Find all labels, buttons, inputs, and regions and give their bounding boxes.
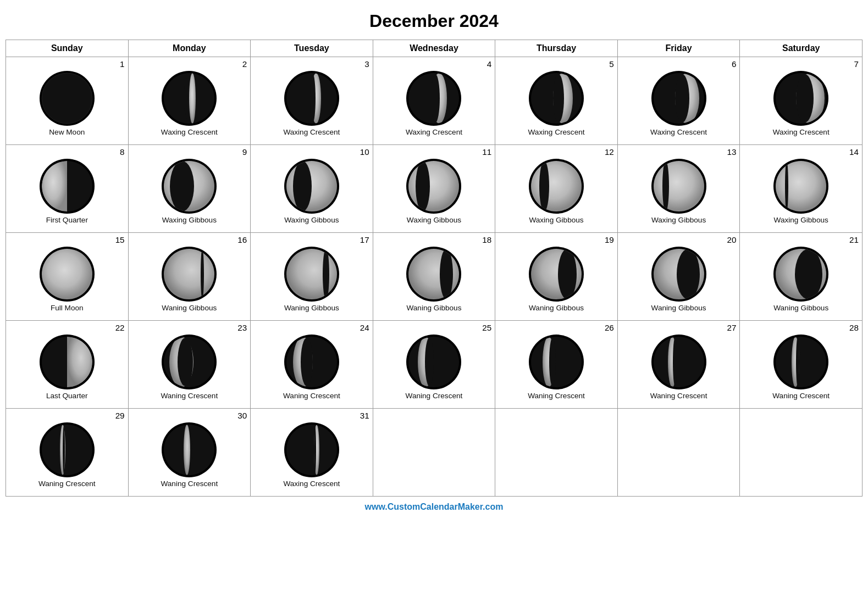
day-23: 23 Waning C xyxy=(128,321,251,409)
moon-phase-label-27: Waning Crescent xyxy=(621,392,737,400)
svg-point-71 xyxy=(178,338,193,386)
day-8: 8 First Quarter xyxy=(6,145,129,233)
moon-phase-image-24 xyxy=(284,335,339,389)
svg-point-102 xyxy=(314,426,316,473)
moon-phase-image-7 xyxy=(773,71,828,126)
svg-point-36 xyxy=(416,161,430,211)
day-7: 7 Waxing Cr xyxy=(740,57,863,145)
moon-phase-image-2 xyxy=(162,71,217,126)
weekday-header-tuesday: Tuesday xyxy=(251,40,373,57)
moon-phase-image-18 xyxy=(406,247,461,302)
moon-phase-label-15: Full Moon xyxy=(9,304,125,312)
day-number-3: 3 xyxy=(254,59,369,69)
moon-phase-label-17: Waning Gibbous xyxy=(254,304,369,312)
day-15: 15 Full Moon xyxy=(6,233,129,321)
weekday-header-thursday: Thursday xyxy=(495,40,618,57)
day-number-4: 4 xyxy=(377,59,492,69)
day-number-18: 18 xyxy=(377,235,492,244)
moon-phase-image-31 xyxy=(284,422,339,477)
svg-point-52 xyxy=(286,249,337,299)
moon-phase-label-9: Waxing Gibbous xyxy=(132,216,247,224)
svg-point-21 xyxy=(675,74,689,122)
day-22: 22 Last Quarter xyxy=(6,321,129,409)
empty-day xyxy=(373,409,495,497)
week-row-4: 22 Last Quarter xyxy=(6,321,863,409)
svg-point-13 xyxy=(431,74,440,122)
weekday-header-friday: Friday xyxy=(617,40,740,57)
svg-point-87 xyxy=(673,338,677,386)
day-10: 10 Waxing Gibbous xyxy=(251,145,373,233)
empty-day xyxy=(740,409,863,497)
svg-point-56 xyxy=(440,249,453,299)
day-28: 28 Waning C xyxy=(740,321,863,409)
moon-phase-image-8 xyxy=(40,159,95,214)
moon-phase-image-3 xyxy=(284,71,339,126)
svg-point-41 xyxy=(654,161,704,211)
day-number-20: 20 xyxy=(621,235,737,244)
weekday-header-wednesday: Wednesday xyxy=(373,40,495,57)
calendar-title: December 2024 xyxy=(5,11,863,31)
day-number-8: 8 xyxy=(9,147,125,157)
moon-phase-label-29: Waning Crescent xyxy=(9,480,125,488)
svg-point-81 xyxy=(531,337,582,387)
moon-phase-label-28: Waning Crescent xyxy=(743,392,859,400)
day-26: 26 Waning C xyxy=(495,321,618,409)
svg-point-91 xyxy=(796,338,799,386)
day-9: 9 Waxing Gibbous xyxy=(128,145,251,233)
svg-point-83 xyxy=(549,338,556,386)
empty-day xyxy=(617,409,740,497)
day-29: 29 Waning C xyxy=(6,409,129,497)
moon-phase-image-21 xyxy=(773,247,828,302)
moon-phase-label-1: New Moon xyxy=(9,128,125,136)
moon-phase-image-26 xyxy=(529,335,584,389)
day-number-24: 24 xyxy=(254,323,369,332)
moon-phase-label-20: Waning Gibbous xyxy=(621,304,737,312)
day-30: 30 Waning C xyxy=(128,409,251,497)
moon-phase-label-30: Waning Crescent xyxy=(132,480,247,488)
empty-day xyxy=(495,409,618,497)
day-number-6: 6 xyxy=(621,59,737,69)
svg-point-49 xyxy=(164,249,214,299)
svg-point-98 xyxy=(184,425,190,475)
day-number-17: 17 xyxy=(254,235,369,244)
day-17: 17 Waning Gibbous xyxy=(251,233,373,321)
week-row-3: 15 Full Moon 1 xyxy=(6,233,863,321)
day-number-16: 16 xyxy=(132,235,247,244)
svg-point-93 xyxy=(42,425,92,475)
svg-point-38 xyxy=(531,161,582,211)
moon-phase-image-27 xyxy=(651,335,706,389)
day-number-30: 30 xyxy=(132,411,247,420)
svg-point-42 xyxy=(662,161,669,211)
svg-point-30 xyxy=(170,161,194,211)
day-number-22: 22 xyxy=(9,323,125,332)
moon-phase-label-3: Waxing Crescent xyxy=(254,128,369,136)
day-number-9: 9 xyxy=(132,147,247,157)
day-21: 21 Waning Gibbous xyxy=(740,233,863,321)
svg-point-39 xyxy=(539,161,549,211)
day-12: 12 Waxing Gibbous xyxy=(495,145,618,233)
footer-link[interactable]: www.CustomCalendarMaker.com xyxy=(5,502,863,512)
svg-point-47 xyxy=(42,249,92,299)
svg-point-65 xyxy=(795,249,822,299)
moon-phase-label-13: Waxing Gibbous xyxy=(621,216,737,224)
moon-phase-label-22: Last Quarter xyxy=(9,392,125,400)
moon-calendar: SundayMondayTuesdayWednesdayThursdayFrid… xyxy=(5,40,863,497)
day-13: 13 Waxing Gibbous xyxy=(617,145,740,233)
day-number-27: 27 xyxy=(621,323,737,332)
svg-point-1 xyxy=(42,73,92,124)
day-3: 3 Waxing Cr xyxy=(251,57,373,145)
moon-phase-image-4 xyxy=(406,71,461,126)
day-number-29: 29 xyxy=(9,411,125,420)
day-5: 5 Waxing Cr xyxy=(495,57,618,145)
moon-phase-image-30 xyxy=(162,422,217,477)
moon-phase-image-19 xyxy=(529,247,584,302)
moon-phase-image-16 xyxy=(162,247,217,302)
day-6: 6 Waxing Cr xyxy=(617,57,740,145)
day-number-14: 14 xyxy=(743,147,859,157)
day-number-12: 12 xyxy=(499,147,614,157)
day-24: 24 Waning C xyxy=(251,321,373,409)
moon-phase-label-21: Waning Gibbous xyxy=(743,304,859,312)
day-31: 31 Waxing C xyxy=(251,409,373,497)
svg-point-9 xyxy=(310,74,316,122)
day-16: 16 Waning Gibbous xyxy=(128,233,251,321)
